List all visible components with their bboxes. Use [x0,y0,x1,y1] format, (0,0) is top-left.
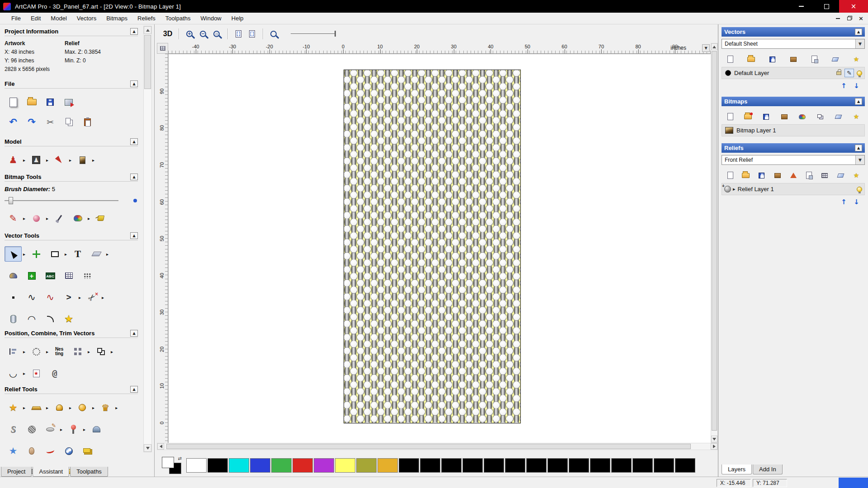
rp-clear-icon[interactable] [835,170,846,181]
palette-swatch[interactable] [271,458,292,473]
invert-model-icon[interactable] [28,152,45,168]
palette-flyout-icon[interactable]: ▸ [88,216,90,221]
create-plate-icon[interactable] [88,246,105,262]
palette-swatch[interactable] [526,458,547,473]
palette-swatch[interactable] [420,458,440,473]
move-layer-down-icon[interactable]: ↓ [852,81,861,90]
move-relief-up-icon[interactable]: ↑ [839,197,849,206]
face-wizard-icon[interactable] [23,443,40,459]
rp-sheet-icon[interactable] [803,170,815,181]
palette-swatch[interactable] [654,458,674,473]
rp-open2-icon[interactable] [742,111,754,122]
paint-block-icon[interactable] [28,211,45,226]
copy-icon[interactable] [60,114,77,130]
palette-swatch[interactable] [356,458,377,473]
mdi-restore-icon[interactable] [847,17,851,20]
palette-swatch[interactable] [611,458,632,473]
menu-reliefs[interactable]: Reliefs [132,13,160,23]
bitmap-layer-row[interactable]: Bitmap Layer 1 [722,124,865,136]
create-points-icon[interactable] [79,268,96,283]
palette-swatch[interactable] [590,458,610,473]
move-layer-up-icon[interactable]: ↑ [839,81,849,90]
tab-layers[interactable]: Layers [722,465,752,474]
canvas-horizontal-scrollbar[interactable] [157,443,718,450]
create-star-icon[interactable] [60,311,77,327]
menu-help[interactable]: Help [226,13,249,23]
rp-save-icon[interactable] [766,54,778,65]
rp-merge-icon[interactable] [850,170,862,181]
dynamic-sculpt-flyout-icon[interactable]: ▸ [83,427,85,432]
scroll-down-icon[interactable] [144,444,151,452]
sculpt-model-flyout-icon[interactable]: ▸ [69,158,71,163]
primary-secondary-colour-swatch[interactable]: ⇄ [161,456,183,475]
flood-fill-icon[interactable] [92,211,109,226]
collapse-reliefs-panel-button[interactable]: ▲ [855,145,862,151]
line-width-slider[interactable] [291,33,336,34]
zoom-in-icon[interactable] [183,27,196,41]
canvas-scroll-up-icon[interactable] [711,43,717,50]
sphere-texture-icon[interactable] [60,443,77,459]
menu-edit[interactable]: Edit [26,13,46,23]
ruler-origin-box[interactable] [157,43,168,54]
palette-swatch[interactable] [229,458,249,473]
dynamic-sculpt-icon[interactable] [65,422,82,437]
primary-colour-swatch[interactable] [162,457,174,468]
menu-bitmaps[interactable]: Bitmaps [101,13,132,23]
collapse-vectors-panel-button[interactable]: ▲ [855,28,862,35]
export-model-icon[interactable] [60,94,77,110]
paste-icon[interactable] [79,114,96,130]
undo-icon[interactable] [5,114,22,130]
brush-diameter-slider[interactable] [5,200,118,202]
create-dot-icon[interactable] [5,290,22,305]
zoom-objects-icon[interactable] [232,27,245,41]
sheet-dropdown-icon[interactable]: ▼ [855,39,864,48]
mdi-minimize-icon[interactable] [836,18,840,19]
weave-wizard-icon[interactable] [23,422,40,437]
menu-vectors[interactable]: Vectors [72,13,101,23]
palette-swatch[interactable] [462,458,483,473]
palette-swatch[interactable] [569,458,589,473]
edit-layer-icon[interactable] [844,69,854,77]
weld-vectors-icon[interactable] [92,344,109,359]
collapse-relief-tools-button[interactable]: ▲ [130,386,138,393]
tab-project[interactable]: Project [1,467,32,477]
rp-pyramid-icon[interactable] [788,170,799,181]
sheet-selector[interactable]: Default Sheet ▼ [722,39,865,49]
circular-copy-flyout-icon[interactable]: ▸ [46,349,48,354]
layer-visibility-icon[interactable] [857,70,862,76]
zoom-out-icon[interactable] [197,27,209,41]
canvas-vscroll-thumb[interactable] [712,51,717,431]
select-flyout-icon[interactable]: ▸ [23,252,25,257]
canvas-2d-view[interactable] [168,54,711,443]
node-editing-icon[interactable] [23,268,40,283]
texture-wizard-flyout-icon[interactable]: ▸ [115,405,118,410]
palette-swatch[interactable] [335,458,355,473]
menu-file[interactable]: File [6,13,26,23]
calculate-relief-icon[interactable] [28,400,45,415]
set-model-size-icon[interactable] [5,152,22,168]
swoosh-wizard-icon[interactable] [42,443,59,459]
smooth-relief-flyout-icon[interactable]: ▸ [69,405,71,410]
fit-arcs-flyout-icon[interactable]: ▸ [23,371,25,376]
swap-colours-icon[interactable]: ⇄ [178,456,182,461]
trim-vectors-flyout-icon[interactable]: ▸ [102,295,104,300]
palette-swatch[interactable] [441,458,462,473]
tab-toolpaths[interactable]: Toolpaths [70,467,108,477]
star-wizard-icon[interactable] [5,443,22,459]
palette-swatch[interactable] [250,458,270,473]
dome-relief-icon[interactable] [74,400,91,415]
collapse-project-information-button[interactable]: ▲ [130,28,138,35]
rp-merge-icon[interactable] [850,111,862,122]
relief-layer-row[interactable]: ▸ Relief Layer 1 [722,183,865,195]
rp-save-icon[interactable] [756,170,768,181]
relief-selector[interactable]: Front Relief ▼ [722,155,865,165]
rp-new-icon[interactable] [724,170,736,181]
mdi-close-icon[interactable]: × [859,15,863,21]
move-relief-down-icon[interactable]: ↓ [852,197,861,206]
offset-stack-icon[interactable] [79,443,96,459]
collapse-bitmap-tools-button[interactable]: ▲ [130,174,138,180]
view-3d-button[interactable]: 3D [161,27,174,41]
block-copy-icon[interactable] [69,344,86,359]
rp-palette-icon[interactable] [796,111,808,122]
maximize-button[interactable] [814,0,839,13]
